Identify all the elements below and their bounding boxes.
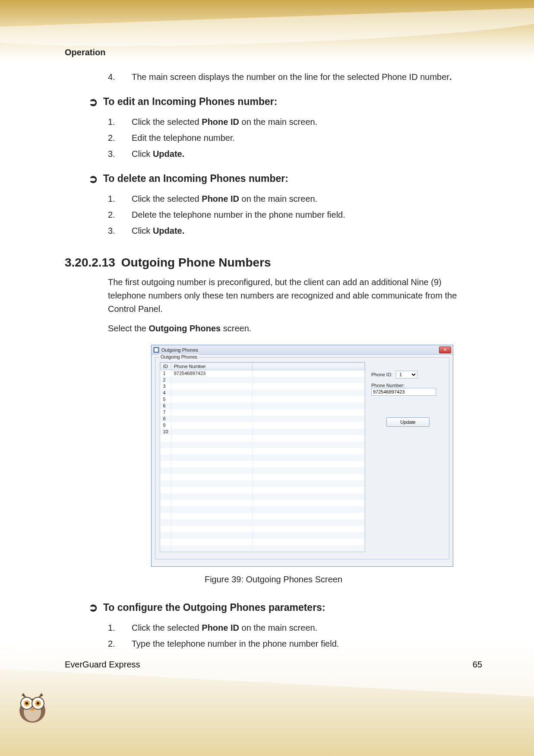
table-row[interactable]: [161, 513, 365, 519]
step-text: Delete the telephone number in the phone…: [132, 208, 345, 222]
col-header-phone[interactable]: Phone Number: [171, 363, 252, 370]
table-row[interactable]: [161, 500, 365, 506]
step-text: Click the selected Phone ID on the main …: [132, 192, 317, 206]
table-row[interactable]: 7: [161, 409, 365, 416]
step-text: Click Update.: [132, 147, 184, 161]
table-row[interactable]: [161, 526, 365, 532]
figure-outgoing-phones: Outgoing Phones ✕ Outgoing Phones ID: [151, 345, 482, 567]
phones-table: ID Phone Number 19725468974232345678910: [160, 362, 365, 552]
cell-id: 7: [161, 409, 171, 416]
svg-rect-1: [155, 348, 158, 352]
body-paragraph: The first outgoing number is preconfigur…: [108, 276, 462, 316]
phone-number-input[interactable]: [371, 388, 436, 396]
section-header: Operation: [65, 48, 482, 57]
page-content: Operation 4. The main screen displays th…: [0, 0, 534, 651]
footer-page-number: 65: [473, 660, 482, 670]
step-text: Click the selected Phone ID on the main …: [132, 115, 317, 129]
phone-id-label: Phone ID:: [371, 372, 392, 377]
procedure-heading-delete: ➲ To delete an Incoming Phones number:: [88, 173, 482, 184]
table-row[interactable]: 2: [161, 377, 365, 383]
phone-number-label: Phone Number:: [371, 383, 404, 388]
table-row[interactable]: 8: [161, 416, 365, 422]
table-row[interactable]: [161, 480, 365, 487]
table-row[interactable]: 1972546897423: [161, 370, 365, 377]
footer-product: EverGuard Express: [65, 660, 140, 670]
outgoing-phones-groupbox: Outgoing Phones ID Phone Number: [155, 357, 449, 559]
table-row[interactable]: [161, 532, 365, 539]
step-text: Edit the telephone number.: [132, 131, 235, 145]
figure-caption: Figure 39: Outgoing Phones Screen: [65, 575, 482, 584]
phone-id-select[interactable]: 1: [396, 371, 417, 378]
step-text: Click the selected Phone ID on the main …: [132, 621, 317, 635]
table-row[interactable]: 6: [161, 403, 365, 409]
section-title: Outgoing Phone Numbers: [121, 256, 271, 270]
table-row[interactable]: 4: [161, 390, 365, 396]
update-button[interactable]: Update: [386, 417, 430, 427]
step-text: The main screen displays the number on t…: [132, 70, 452, 84]
cell-id: 4: [161, 390, 171, 396]
table-row[interactable]: [161, 461, 365, 467]
step-number: 1.: [108, 192, 132, 206]
cell-phone: [171, 416, 252, 422]
procedure-heading-edit: ➲ To edit an Incoming Phones number:: [88, 96, 482, 108]
cell-id: 2: [161, 377, 171, 383]
table-row[interactable]: [161, 442, 365, 448]
table-row[interactable]: [161, 454, 365, 461]
dialog-body: Outgoing Phones ID Phone Number: [152, 355, 453, 566]
cell-id: 5: [161, 396, 171, 403]
body-paragraph: Select the Outgoing Phones screen.: [108, 322, 462, 335]
table-row[interactable]: 9: [161, 422, 365, 429]
outgoing-phones-dialog: Outgoing Phones ✕ Outgoing Phones ID: [151, 345, 453, 567]
list-item: 3.Click Update.: [108, 147, 482, 161]
step-number: 3.: [108, 224, 132, 238]
table-row[interactable]: 10: [161, 429, 365, 435]
table-row[interactable]: [161, 435, 365, 442]
list-item: 1.Click the selected Phone ID on the mai…: [108, 192, 482, 206]
table-row[interactable]: 5: [161, 396, 365, 403]
section-heading: 3.20.2.13 Outgoing Phone Numbers: [65, 256, 482, 270]
step-number: 1.: [108, 621, 132, 635]
table-row[interactable]: [161, 493, 365, 500]
cell-id: 10: [161, 429, 171, 435]
dialog-titlebar: Outgoing Phones ✕: [152, 345, 453, 355]
step-number: 2.: [108, 637, 132, 651]
heading-text: To configure the Outgoing Phones paramet…: [103, 602, 325, 613]
step-text: Click Update.: [132, 224, 184, 238]
list-item: 2.Type the telephone number in the phone…: [108, 637, 482, 651]
arrow-right-icon: ➲: [88, 96, 98, 108]
arrow-right-icon: ➲: [88, 173, 98, 184]
step-text: Type the telephone number in the phone n…: [132, 637, 339, 651]
list-item: 2.Delete the telephone number in the pho…: [108, 208, 482, 222]
cell-id: 8: [161, 416, 171, 422]
cell-phone: [171, 390, 252, 396]
list-item: 2.Edit the telephone number.: [108, 131, 482, 145]
table-row[interactable]: [161, 545, 365, 552]
cell-phone: [171, 383, 252, 390]
owl-logo-icon: [13, 687, 52, 726]
close-button[interactable]: ✕: [439, 346, 451, 353]
table-row[interactable]: [161, 539, 365, 545]
table-row[interactable]: [161, 487, 365, 493]
cell-phone: [171, 377, 252, 383]
svg-point-8: [25, 702, 28, 705]
step-number: 2.: [108, 131, 132, 145]
col-header-id[interactable]: ID: [161, 363, 171, 370]
step-number: 1.: [108, 115, 132, 129]
cell-id: 9: [161, 422, 171, 429]
form-panel: Phone ID: 1 Phone Number: Update: [371, 362, 445, 552]
cell-phone: [171, 403, 252, 409]
table-row[interactable]: [161, 519, 365, 526]
step-number: 2.: [108, 208, 132, 222]
table-row[interactable]: 3: [161, 383, 365, 390]
cell-id: 6: [161, 403, 171, 409]
procedure-heading-configure: ➲ To configure the Outgoing Phones param…: [88, 602, 482, 613]
table-row[interactable]: [161, 448, 365, 454]
app-icon: [153, 347, 159, 353]
cell-phone: [171, 422, 252, 429]
table-row[interactable]: [161, 474, 365, 480]
table-row[interactable]: [161, 506, 365, 513]
table-row[interactable]: [161, 467, 365, 474]
close-icon: ✕: [443, 347, 447, 352]
heading-text: To edit an Incoming Phones number:: [103, 96, 277, 108]
cell-id: 1: [161, 370, 171, 377]
